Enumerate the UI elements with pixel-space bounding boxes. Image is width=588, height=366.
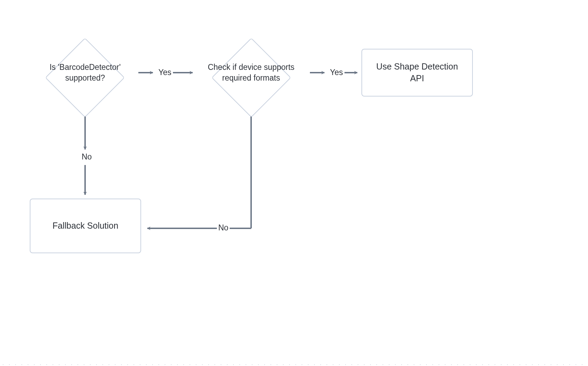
edge-label-d1-yes: Yes [157, 68, 173, 77]
node-use-shape-detection-api: Use Shape Detection API [361, 49, 473, 97]
decision-barcode-detector: Is 'BarcodeDetector' supported? [30, 33, 140, 112]
footer-dots [0, 363, 588, 366]
flowchart-canvas: Is 'BarcodeDetector' supported? Check if… [0, 0, 588, 366]
edge-label-d2-no: No [217, 223, 230, 232]
decision1-line1: Is 'BarcodeDetector' [49, 62, 121, 73]
fallback-label: Fallback Solution [53, 220, 118, 232]
edge-label-d2-yes: Yes [329, 68, 344, 77]
node-fallback-solution: Fallback Solution [30, 199, 141, 253]
decision2-line1: Check if device supports [208, 62, 295, 73]
result-api-line2: API [376, 73, 458, 84]
edge-label-d1-no: No [80, 152, 93, 162]
result-api-line1: Use Shape Detection [376, 61, 458, 73]
decision2-line2: required formats [208, 73, 295, 83]
decision1-line2: supported? [49, 73, 121, 83]
decision-device-formats: Check if device supports required format… [189, 33, 313, 112]
